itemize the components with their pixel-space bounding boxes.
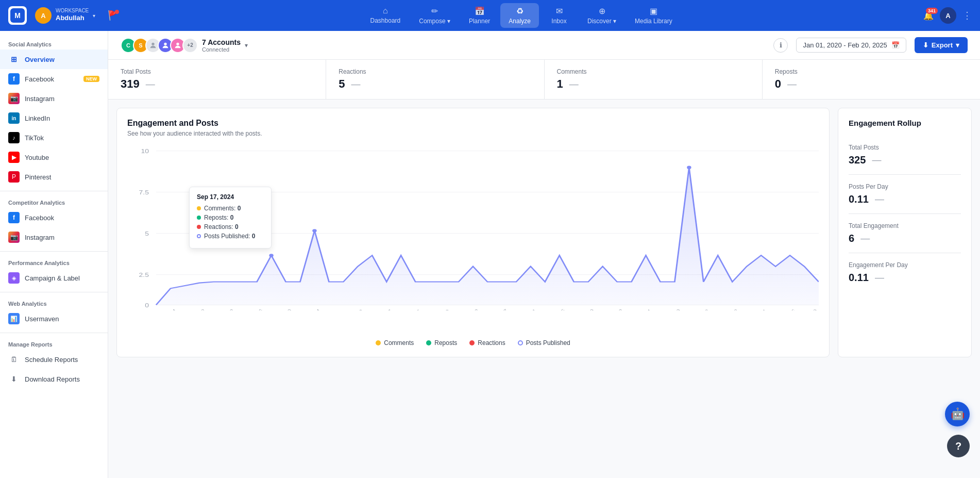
linkedin-label: LinkedIn: [25, 114, 50, 122]
svg-text:Feb 19: Feb 19: [802, 308, 819, 310]
tooltip-posts-label: Posts Published: 0: [204, 233, 255, 240]
overview-label: Overview: [25, 56, 55, 63]
analyze-label: Analyze: [509, 18, 531, 25]
sidebar-item-usermaven[interactable]: 📊 Usermaven: [0, 309, 108, 328]
tooltip-date: Sep 17, 2024: [197, 193, 264, 201]
nav-right-section: 🔔 341 A ⋮: [923, 7, 972, 24]
sidebar-item-youtube[interactable]: ▶ Youtube: [0, 147, 108, 167]
svg-text:Nov 19: Nov 19: [578, 308, 596, 310]
accounts-selector[interactable]: C S +2 7 Accounts Connected: [121, 38, 248, 53]
svg-text:10: 10: [141, 148, 149, 154]
schedule-reports-label: Schedule Reports: [25, 356, 78, 364]
nav-planner[interactable]: 📅 Planner: [461, 3, 498, 28]
nav-discover[interactable]: ⊕ Discover ▾: [579, 3, 624, 28]
sidebar-item-schedule-reports[interactable]: 🗓 Schedule Reports: [0, 350, 108, 369]
nav-inbox[interactable]: ✉ Inbox: [541, 3, 577, 28]
nav-compose[interactable]: ✏ Compose ▾: [411, 3, 459, 28]
date-range-text: Jan 01, 2020 - Feb 20, 2025: [803, 41, 887, 49]
svg-point-2: [176, 42, 179, 45]
svg-text:Sep 08: Sep 08: [189, 308, 207, 310]
engagement-rollup-panel: Engagement Rollup Total Posts 325 — Post…: [838, 108, 972, 357]
overview-icon: ⊞: [8, 54, 20, 65]
workspace-selector[interactable]: A WORKSPACE Abdullah ▾: [31, 5, 99, 26]
sidebar-item-download-reports[interactable]: ⬇ Download Reports: [0, 369, 108, 389]
top-navigation: M A WORKSPACE Abdullah ▾ 🚩 ⌂ Dashboard ✏…: [0, 0, 980, 31]
download-reports-label: Download Reports: [25, 375, 80, 383]
sidebar-item-overview[interactable]: ⊞ Overview: [0, 50, 108, 69]
media-library-icon: ▣: [650, 6, 657, 16]
date-range-picker[interactable]: Jan 01, 2020 - Feb 20, 2025 📅: [796, 38, 906, 53]
tooltip-comments-label: Comments: 0: [204, 205, 241, 212]
youtube-icon: ▶: [8, 152, 20, 163]
nav-dashboard[interactable]: ⌂ Dashboard: [362, 3, 409, 28]
svg-text:Sep 16: Sep 16: [247, 308, 264, 310]
accounts-chevron-icon: ▾: [245, 42, 248, 49]
stat-value-row-reposts: 0 —: [775, 77, 968, 91]
competitor-analytics-title: Competitor Analytics: [0, 195, 108, 208]
sidebar-divider-3: [0, 292, 108, 292]
account-avatar-more: +2: [182, 38, 198, 53]
legend-dot-reposts: [426, 340, 431, 345]
sidebar-item-facebook[interactable]: f Facebook NEW: [0, 69, 108, 89]
inbox-label: Inbox: [551, 18, 566, 25]
chart-subtitle: See how your audience interacted with th…: [127, 130, 819, 137]
svg-text:Dec 01: Dec 01: [636, 308, 653, 310]
more-options-icon[interactable]: ⋮: [962, 10, 972, 21]
legend-label-reactions: Reactions: [478, 339, 505, 347]
tiktok-icon: ♪: [8, 132, 20, 143]
sidebar-item-linkedin[interactable]: in LinkedIn: [0, 108, 108, 128]
competitor-instagram-label: Instagram: [25, 234, 55, 241]
svg-text:0: 0: [145, 302, 149, 308]
stat-reactions: Reactions 5 —: [326, 60, 544, 99]
rollup-total-posts-value: 325: [849, 154, 866, 166]
stat-comments: Comments 1 —: [545, 60, 763, 99]
sidebar-divider-2: [0, 251, 108, 252]
nav-media-library[interactable]: ▣ Media Library: [627, 3, 681, 28]
app-logo[interactable]: M: [8, 6, 27, 25]
tooltip-posts-dot: [197, 234, 201, 238]
flag-button[interactable]: 🚩: [108, 10, 119, 21]
chart-section: Engagement and Posts See how your audien…: [108, 100, 980, 366]
discover-icon: ⊕: [599, 6, 605, 16]
rollup-total-posts-row: 325 —: [849, 154, 961, 166]
user-avatar[interactable]: A: [940, 7, 956, 24]
sidebar-item-instagram[interactable]: 📷 Instagram: [0, 89, 108, 108]
workspace-label: WORKSPACE: [56, 8, 89, 13]
sidebar-item-tiktok[interactable]: ♪ TikTok: [0, 128, 108, 147]
avatar-stack: C S +2: [121, 38, 198, 53]
instagram-icon: 📷: [8, 93, 20, 104]
ai-assistant-button[interactable]: 🤖: [945, 402, 970, 426]
rollup-total-posts-dash: —: [872, 155, 881, 166]
tooltip-row-reactions: Reactions: 0: [197, 223, 264, 230]
sidebar-item-competitor-facebook[interactable]: f Facebook: [0, 208, 108, 227]
nav-items: ⌂ Dashboard ✏ Compose ▾ 📅 Planner ♻ Anal…: [123, 3, 919, 28]
chart-title: Engagement and Posts: [127, 119, 819, 128]
workspace-info: WORKSPACE Abdullah: [56, 8, 89, 23]
help-button[interactable]: ?: [947, 435, 970, 457]
tooltip-reactions-dot: [197, 225, 201, 229]
analyze-icon: ♻: [516, 6, 523, 16]
sidebar-item-competitor-instagram[interactable]: 📷 Instagram: [0, 227, 108, 247]
info-icon[interactable]: ℹ: [773, 38, 788, 53]
rollup-engagement-per-day-value: 0.11: [849, 272, 869, 284]
discover-label: Discover ▾: [587, 18, 616, 25]
chart-tooltip: Sep 17, 2024 Comments: 0 Reposts: 0 Reac…: [189, 187, 272, 249]
chart-legend: Comments Reposts Reactions Posts Publish…: [127, 339, 819, 347]
rollup-total-engagement-dash: —: [860, 233, 870, 244]
export-button[interactable]: ⬇ Export ▾: [915, 37, 968, 53]
competitor-instagram-icon: 📷: [8, 232, 20, 243]
nav-analyze[interactable]: ♻ Analyze: [500, 3, 539, 28]
stat-label-reactions: Reactions: [339, 68, 531, 75]
accounts-info: 7 Accounts Connected: [202, 38, 241, 53]
notification-bell[interactable]: 🔔 341: [923, 11, 934, 21]
tooltip-row-posts: Posts Published: 0: [197, 233, 264, 240]
rollup-title: Engagement Rollup: [849, 119, 961, 127]
export-label: Export: [932, 41, 953, 49]
sidebar-item-pinterest[interactable]: P Pinterest: [0, 167, 108, 187]
stat-label-reposts: Reposts: [775, 68, 968, 75]
legend-dot-comments: [376, 340, 381, 345]
content-header: C S +2 7 Accounts Connected: [108, 31, 980, 60]
workspace-name: Abdullah: [56, 13, 89, 23]
sidebar-item-campaign[interactable]: ◈ Campaign & Label: [0, 268, 108, 288]
legend-dot-reactions: [469, 340, 475, 345]
